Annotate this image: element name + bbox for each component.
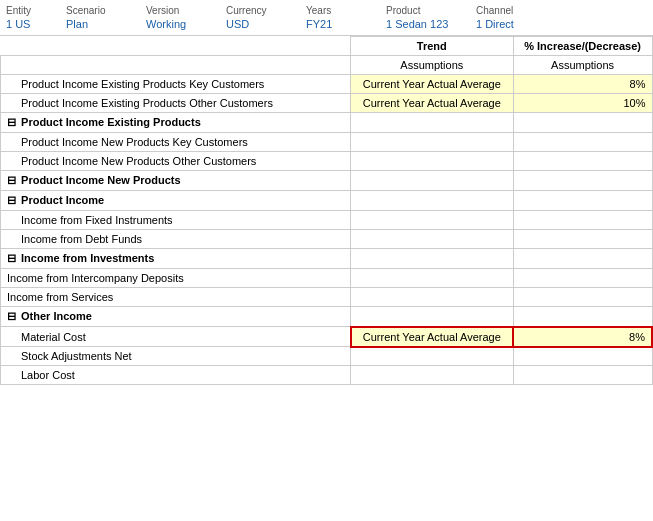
years-value: FY21: [306, 17, 374, 31]
trend-cell: [351, 269, 514, 288]
row-label-cell: ⊟ Product Income New Products: [1, 171, 351, 191]
table-row: ⊟ Product Income Existing Products: [1, 113, 653, 133]
trend-cell: [351, 230, 514, 249]
table-row: Income from Debt Funds: [1, 230, 653, 249]
pct-cell: [513, 269, 652, 288]
empty-sub-header: [1, 56, 351, 75]
pct-cell: [513, 113, 652, 133]
entity-value: 1 US: [6, 17, 54, 31]
scenario-value: Plan: [66, 17, 134, 31]
table-row: Product Income New Products Key Customer…: [1, 133, 653, 152]
table-row: Income from Fixed Instruments: [1, 211, 653, 230]
row-label-cell: Stock Adjustments Net: [1, 347, 351, 366]
trend-cell: [351, 307, 514, 327]
trend-cell: [351, 366, 514, 385]
currency-label: Currency: [226, 4, 294, 17]
scenario-filter[interactable]: Scenario Plan: [60, 0, 140, 35]
table-row: Product Income New Products Other Custom…: [1, 152, 653, 171]
pct-cell: [513, 347, 652, 366]
row-label-cell: Income from Fixed Instruments: [1, 211, 351, 230]
table-row: Labor Cost: [1, 366, 653, 385]
entity-label: Entity: [6, 4, 54, 17]
row-label-cell: Product Income Existing Products Key Cus…: [1, 75, 351, 94]
table-row: Material CostCurrent Year Actual Average…: [1, 327, 653, 347]
years-label: Years: [306, 4, 374, 17]
pct-cell: [513, 211, 652, 230]
pct-cell: [513, 191, 652, 211]
collapse-icon[interactable]: ⊟: [7, 174, 19, 186]
table-row: Product Income Existing Products Key Cus…: [1, 75, 653, 94]
row-label-text: Other Income: [21, 310, 92, 322]
row-label-cell: Income from Intercompany Deposits: [1, 269, 351, 288]
pct-cell: 8%: [513, 327, 652, 347]
row-label-cell: ⊟ Income from Investments: [1, 249, 351, 269]
trend-cell: [351, 133, 514, 152]
table-row: ⊟ Product Income: [1, 191, 653, 211]
empty-header: [1, 37, 351, 56]
trend-cell: Current Year Actual Average: [351, 75, 514, 94]
scenario-label: Scenario: [66, 4, 134, 17]
row-label-text: Income from Investments: [21, 252, 154, 264]
row-label-cell: Product Income New Products Other Custom…: [1, 152, 351, 171]
channel-value: 1 Direct: [476, 17, 544, 31]
trend-cell: [351, 347, 514, 366]
pct-cell: [513, 230, 652, 249]
currency-filter[interactable]: Currency USD: [220, 0, 300, 35]
pct-cell: 8%: [513, 75, 652, 94]
trend-cell: [351, 152, 514, 171]
collapse-icon[interactable]: ⊟: [7, 194, 19, 206]
filter-bar: Entity 1 US Scenario Plan Version Workin…: [0, 0, 653, 36]
product-label: Product: [386, 4, 464, 17]
table-row: ⊟ Income from Investments: [1, 249, 653, 269]
table-row: Product Income Existing Products Other C…: [1, 94, 653, 113]
collapse-icon[interactable]: ⊟: [7, 252, 19, 264]
trend-cell: [351, 171, 514, 191]
trend-cell: Current Year Actual Average: [351, 327, 514, 347]
trend-cell: [351, 113, 514, 133]
pct-cell: [513, 171, 652, 191]
table-row: ⊟ Product Income New Products: [1, 171, 653, 191]
trend-cell: [351, 211, 514, 230]
pct-column-header: % Increase/(Decrease): [513, 37, 652, 56]
channel-filter[interactable]: Channel 1 Direct: [470, 0, 550, 35]
row-label-text: Product Income: [21, 194, 104, 206]
pct-cell: [513, 249, 652, 269]
assumptions-header: Assumptions: [351, 56, 514, 75]
version-filter[interactable]: Version Working: [140, 0, 220, 35]
row-label-text: Product Income New Products: [21, 174, 181, 186]
row-label-cell: Labor Cost: [1, 366, 351, 385]
years-filter[interactable]: Years FY21: [300, 0, 380, 35]
row-label-cell: Product Income New Products Key Customer…: [1, 133, 351, 152]
collapse-icon[interactable]: ⊟: [7, 310, 19, 322]
trend-column-header: Trend: [351, 37, 514, 56]
trend-cell: Current Year Actual Average: [351, 94, 514, 113]
row-label-cell: ⊟ Other Income: [1, 307, 351, 327]
row-label-cell: Income from Services: [1, 288, 351, 307]
version-label: Version: [146, 4, 214, 17]
entity-filter[interactable]: Entity 1 US: [0, 0, 60, 35]
product-value: 1 Sedan 123: [386, 17, 464, 31]
pct-cell: [513, 133, 652, 152]
row-label-cell: Product Income Existing Products Other C…: [1, 94, 351, 113]
table-row: Income from Intercompany Deposits: [1, 269, 653, 288]
version-value: Working: [146, 17, 214, 31]
pct-cell: [513, 152, 652, 171]
row-label-text: Product Income Existing Products: [21, 116, 201, 128]
trend-cell: [351, 191, 514, 211]
pct-cell: [513, 307, 652, 327]
row-label-cell: Income from Debt Funds: [1, 230, 351, 249]
row-label-cell: ⊟ Product Income: [1, 191, 351, 211]
pct-cell: [513, 366, 652, 385]
row-label-cell: ⊟ Product Income Existing Products: [1, 113, 351, 133]
collapse-icon[interactable]: ⊟: [7, 116, 19, 128]
product-filter[interactable]: Product 1 Sedan 123: [380, 0, 470, 35]
channel-label: Channel: [476, 4, 544, 17]
trend-cell: [351, 288, 514, 307]
pct-cell: 10%: [513, 94, 652, 113]
main-table: Trend % Increase/(Decrease) Assumptions …: [0, 36, 653, 385]
table-row: Income from Services: [1, 288, 653, 307]
assumptions2-header: Assumptions: [513, 56, 652, 75]
row-label-cell: Material Cost: [1, 327, 351, 347]
table-row: ⊟ Other Income: [1, 307, 653, 327]
currency-value: USD: [226, 17, 294, 31]
